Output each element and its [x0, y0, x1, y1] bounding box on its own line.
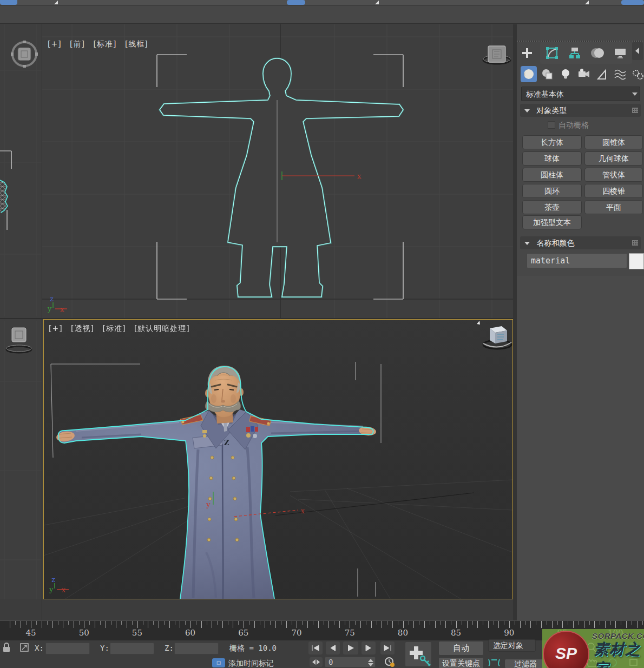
- button-box[interactable]: 长方体: [522, 135, 582, 149]
- play-button[interactable]: [343, 641, 358, 654]
- transform-typein-icon[interactable]: [20, 643, 29, 652]
- rollout-dots-icon: [632, 108, 638, 113]
- svg-text:Z: Z: [224, 439, 229, 447]
- viewport-disc-gizmo[interactable]: [11, 41, 38, 68]
- frame-number: 90: [498, 628, 520, 638]
- rollout-name-color[interactable]: 名称和颜色: [520, 236, 641, 249]
- button-cylinder[interactable]: 圆柱体: [522, 168, 582, 182]
- subtab-geometry[interactable]: [521, 66, 537, 82]
- panel-empty-area: [517, 276, 644, 622]
- svg-text:z: z: [50, 295, 54, 303]
- add-time-tag-label[interactable]: 添加时间标记: [228, 659, 274, 668]
- autogrid-label: 自动栅格: [558, 121, 589, 129]
- panel-divider: [513, 24, 517, 620]
- x-coordinate-input[interactable]: [45, 643, 90, 654]
- button-sphere[interactable]: 球体: [522, 151, 582, 166]
- auto-key-button[interactable]: 自动: [438, 641, 484, 656]
- tab-hierarchy[interactable]: [567, 44, 583, 62]
- object-name-input[interactable]: material: [527, 253, 627, 268]
- viewport-menu-shading[interactable]: [线框]: [125, 39, 148, 48]
- tab-motion[interactable]: [589, 44, 606, 62]
- viewport-menu-renderer[interactable]: [标准]: [103, 324, 126, 333]
- key-filters-icon[interactable]: [487, 658, 501, 667]
- x-coordinate-label: X:: [35, 644, 44, 652]
- tab-modify[interactable]: [544, 44, 560, 62]
- go-to-end-button[interactable]: [380, 641, 395, 654]
- lights-icon: [560, 68, 571, 80]
- set-key-big-button[interactable]: [405, 641, 432, 667]
- viewport-menu-renderer[interactable]: [标准]: [94, 39, 117, 48]
- spacewarps-icon: [614, 68, 627, 80]
- toolbar-active-button[interactable]: [287, 0, 305, 5]
- wireframe-character[interactable]: [160, 58, 403, 297]
- button-torus[interactable]: 圆环: [522, 184, 582, 198]
- viewport-splitter[interactable]: [0, 318, 514, 319]
- subtab-systems[interactable]: [630, 66, 644, 82]
- button-geosphere[interactable]: 几何球体: [584, 151, 643, 166]
- key-mode-toggle[interactable]: [310, 657, 323, 667]
- flyout-corner-icon: [585, 1, 589, 4]
- button-plane[interactable]: 平面: [584, 200, 643, 214]
- y-coordinate-input[interactable]: [110, 643, 154, 654]
- spinner-down-icon[interactable]: [368, 663, 373, 666]
- left-strip-scene: [0, 24, 42, 599]
- shaded-character-officer[interactable]: [56, 366, 377, 599]
- primitive-category-dropdown[interactable]: 标准基本体: [521, 87, 640, 101]
- viewcube[interactable]: [483, 46, 510, 64]
- go-to-start-button[interactable]: [308, 641, 323, 654]
- time-configuration-icon[interactable]: [384, 657, 395, 667]
- current-frame-input[interactable]: 0: [325, 657, 376, 667]
- tab-display[interactable]: [612, 44, 628, 62]
- frame-number: 45: [20, 628, 42, 638]
- button-tube[interactable]: 管状体: [584, 168, 643, 182]
- frame-number: 65: [233, 628, 254, 638]
- previous-frame-button[interactable]: [326, 641, 340, 654]
- viewcube[interactable]: [477, 321, 511, 349]
- svg-text:z: z: [51, 576, 55, 584]
- viewport-menu-pov[interactable]: [透视]: [71, 324, 94, 333]
- selection-set-dropdown[interactable]: 选定对象: [488, 639, 536, 652]
- filters-button[interactable]: 过滤器: [504, 659, 547, 668]
- selection-lock-icon[interactable]: [2, 641, 11, 654]
- button-cone[interactable]: 圆锥体: [584, 135, 643, 149]
- button-textplus[interactable]: 加强型文本: [522, 215, 582, 229]
- z-coordinate-input[interactable]: [174, 643, 219, 654]
- autogrid-checkbox[interactable]: [548, 121, 555, 129]
- motion-icon: [590, 47, 604, 59]
- panel-collapse-button[interactable]: [632, 42, 643, 60]
- tab-create[interactable]: [518, 44, 536, 62]
- set-key-mode-button[interactable]: 设置关键点: [438, 657, 484, 668]
- svg-text:y: y: [47, 305, 52, 313]
- viewport-menu-pov[interactable]: [前]: [70, 39, 85, 48]
- rollout-object-type[interactable]: 对象类型: [520, 104, 641, 117]
- add-time-tag-icon[interactable]: ⬚: [212, 658, 225, 667]
- systems-icon: [632, 68, 644, 80]
- spinner-up-icon[interactable]: [368, 659, 373, 662]
- geometry-sphere-icon: [523, 68, 535, 80]
- viewport-menu-general[interactable]: [+]: [48, 39, 62, 48]
- object-color-swatch[interactable]: [629, 253, 644, 269]
- viewcube-small[interactable]: [6, 328, 31, 353]
- toolbar-active-button[interactable]: [0, 0, 17, 5]
- viewport-front[interactable]: x z y x [+] [前] [标准] [线框]: [42, 24, 514, 318]
- subtab-lights[interactable]: [557, 66, 574, 82]
- flyout-corner-icon: [375, 1, 379, 4]
- viewport-menu-general[interactable]: [+]: [49, 324, 63, 333]
- wireframe-fragment[interactable]: [0, 180, 8, 213]
- toolbar-active-button[interactable]: [621, 0, 644, 5]
- frame-number: 55: [126, 628, 148, 638]
- next-frame-button[interactable]: [362, 641, 376, 654]
- subtab-spacewarps[interactable]: [612, 66, 628, 82]
- button-pyramid[interactable]: 四棱锥: [584, 184, 643, 198]
- button-teapot[interactable]: 茶壶: [522, 200, 582, 214]
- subtab-helpers[interactable]: [594, 66, 610, 82]
- subtab-shapes[interactable]: [539, 66, 555, 82]
- frame-number: 60: [180, 628, 201, 638]
- viewport-splitter-vertical[interactable]: [42, 24, 42, 620]
- viewport-menu-shading[interactable]: [默认明暗处理]: [134, 324, 190, 333]
- viewport-perspective-label: [+] [透视] [标准] [默认明暗处理]: [49, 324, 195, 334]
- grid-major-line: [275, 493, 474, 515]
- left-viewport-strip[interactable]: [0, 24, 42, 599]
- viewport-perspective-active[interactable]: x y Z z y x [+: [43, 319, 513, 599]
- subtab-cameras[interactable]: [576, 66, 592, 82]
